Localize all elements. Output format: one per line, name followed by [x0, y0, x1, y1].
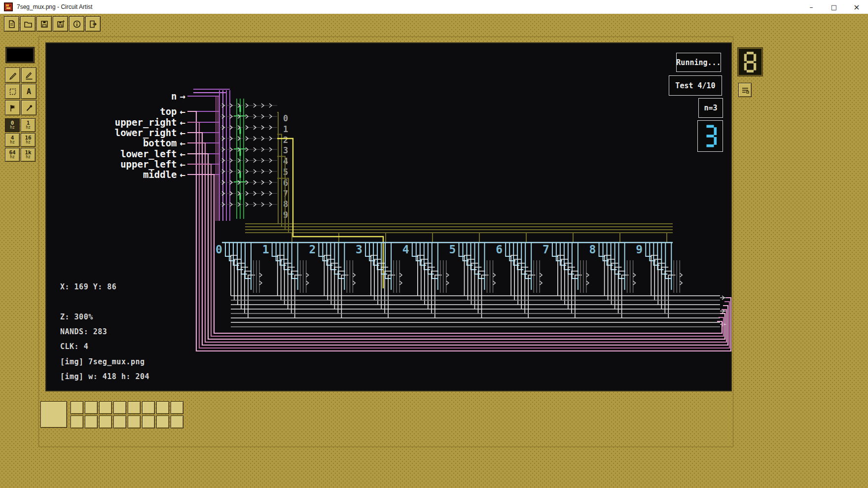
palette-swatch[interactable]	[142, 401, 155, 414]
wire-label-lower-right: lower_right←	[115, 127, 185, 138]
maximize-button[interactable]: □	[823, 0, 845, 14]
svg-text:4: 4	[402, 243, 409, 256]
palette-swatch[interactable]	[142, 416, 155, 428]
svg-text:6: 6	[283, 178, 288, 188]
picker-tool-button[interactable]	[21, 100, 36, 115]
palette-swatch[interactable]	[71, 401, 83, 414]
app-icon	[4, 2, 13, 11]
svg-text:4: 4	[283, 156, 288, 166]
svg-text:5: 5	[449, 243, 456, 256]
status-zoom: Z: 300%	[60, 313, 93, 321]
pencil-tool-button[interactable]	[5, 68, 20, 83]
svg-text:2: 2	[309, 243, 316, 256]
exit-icon	[89, 20, 98, 29]
marquee-select-icon	[8, 87, 17, 96]
svg-text:0: 0	[283, 113, 288, 123]
clock-16hz-button[interactable]: 16hz	[21, 133, 36, 147]
status-cursor-xy: X: 169 Y: 86	[60, 282, 116, 291]
info-icon	[72, 20, 81, 29]
open-folder-icon	[24, 20, 33, 29]
palette-swatch[interactable]	[113, 416, 126, 428]
signal-list-button[interactable]	[738, 83, 752, 97]
arrow-left-icon: ←	[180, 127, 185, 138]
pencil-icon	[8, 71, 17, 80]
palette-swatch[interactable]	[85, 416, 98, 428]
arrow-left-icon: ←	[180, 159, 185, 170]
status-nands: NANDS: 283	[60, 327, 107, 336]
svg-text:2: 2	[283, 135, 288, 145]
palette-swatch[interactable]	[128, 401, 141, 414]
close-button[interactable]: ×	[845, 0, 868, 14]
current-color-swatch[interactable]	[5, 47, 35, 63]
clock-0hz-button[interactable]: 0hz	[5, 118, 20, 132]
palette-swatch[interactable]	[113, 401, 126, 414]
palette-primary-swatch[interactable]	[40, 401, 67, 428]
circuit-drawing[interactable]: 01234567890123456789	[46, 43, 733, 392]
minimize-button[interactable]: –	[800, 0, 823, 14]
info-button[interactable]	[69, 16, 84, 32]
palette-swatch[interactable]	[71, 416, 83, 428]
arrow-left-icon: ←	[180, 169, 185, 180]
save-button[interactable]	[36, 16, 52, 32]
running-indicator: Running...	[676, 53, 721, 72]
svg-text:7: 7	[542, 243, 549, 256]
palette-swatch[interactable]	[99, 416, 112, 428]
wire-label-middle: middle←	[143, 169, 185, 180]
seven-segment-display-button[interactable]	[738, 48, 762, 76]
clock-64hz-button[interactable]: 64hz	[5, 148, 20, 162]
arrow-left-icon: ←	[180, 148, 185, 159]
arrow-left-icon: ←	[180, 106, 185, 117]
arrow-left-icon: ←	[180, 117, 185, 128]
wire-label-bottom: bottom←	[143, 138, 185, 148]
seven-segment-digit	[703, 124, 718, 148]
palette-swatch[interactable]	[156, 401, 169, 414]
wire-label-n: n→	[171, 91, 185, 102]
tools-panel: A	[5, 68, 36, 115]
line-pencil-icon	[25, 71, 34, 80]
palette-swatch[interactable]	[85, 401, 98, 414]
svg-text:3: 3	[356, 243, 362, 256]
clock-4hz-button[interactable]: 4hz	[5, 133, 20, 147]
wire-label-top: top←	[160, 106, 185, 117]
save-as-floppy-icon	[56, 20, 65, 29]
clock-1hz-button[interactable]: 1hz	[21, 118, 36, 132]
exit-button[interactable]	[85, 16, 101, 32]
main-toolbar	[4, 16, 101, 32]
status-img-size: [img] w: 418 h: 204	[60, 372, 149, 381]
text-tool-button[interactable]: A	[21, 84, 36, 99]
window-title: 7seg_mux.png - Circuit Artist	[17, 3, 92, 10]
new-button[interactable]	[4, 16, 19, 32]
seven-segment-preview	[697, 120, 723, 152]
palette-swatch[interactable]	[99, 401, 112, 414]
palette-swatch[interactable]	[156, 416, 169, 428]
svg-text:5: 5	[283, 167, 288, 177]
clock-1khz-button[interactable]: 1khz	[21, 148, 36, 162]
wire-label-lower-left: lower_left←	[120, 148, 185, 159]
palette-swatch[interactable]	[171, 416, 183, 428]
text-tool-icon: A	[27, 87, 31, 96]
palette-swatch[interactable]	[128, 416, 141, 428]
svg-text:1: 1	[283, 124, 288, 134]
save-as-button[interactable]	[53, 16, 68, 32]
eyedropper-icon	[25, 104, 34, 112]
line-tool-button[interactable]	[21, 68, 36, 83]
svg-text:8: 8	[283, 199, 288, 209]
svg-text:9: 9	[283, 210, 288, 220]
test-counter: Test 4/10	[669, 75, 722, 96]
status-clk: CLK: 4	[60, 342, 88, 351]
status-img-name: [img] 7seg_mux.png	[60, 357, 145, 366]
n-value-badge: n=3	[698, 98, 723, 118]
titlebar: 7seg_mux.png - Circuit Artist – □ ×	[0, 0, 868, 14]
palette-swatch[interactable]	[171, 401, 183, 414]
open-button[interactable]	[20, 16, 36, 32]
circuit-artist-window: { "titlebar": { "title": "7seg_mux.png -…	[0, 0, 868, 488]
circuit-canvas[interactable]: 01234567890123456789 n→ top← upper_right…	[45, 42, 732, 391]
svg-text:8: 8	[589, 243, 596, 256]
fill-tool-button[interactable]	[5, 100, 20, 115]
wire-label-upper-left: upper_left←	[120, 159, 185, 170]
flag-fill-icon	[8, 104, 17, 112]
wire-label-upper-right: upper_right←	[115, 117, 185, 128]
select-tool-button[interactable]	[5, 84, 20, 99]
palette-grid	[71, 401, 183, 428]
svg-text:7: 7	[283, 189, 288, 199]
